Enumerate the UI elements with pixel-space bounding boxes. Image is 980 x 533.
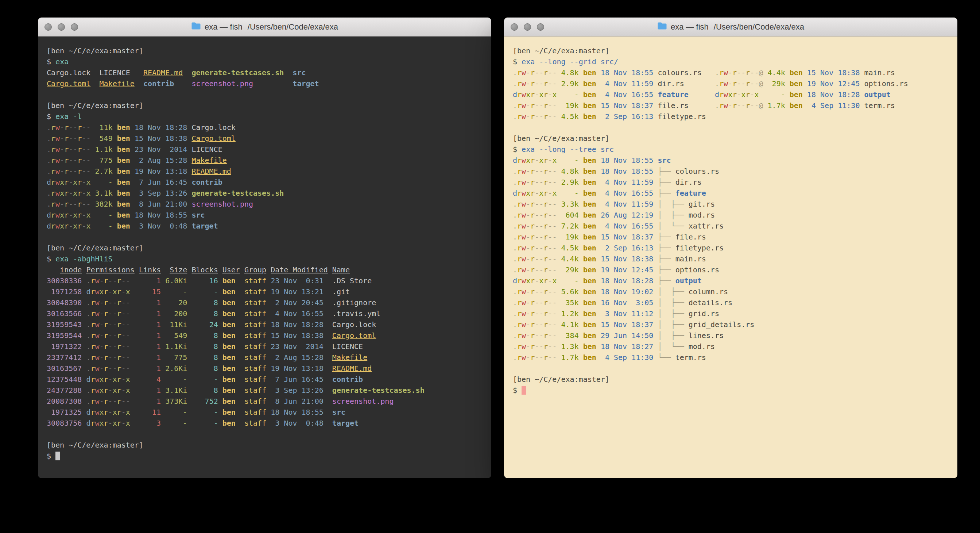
terminal-line: .rw-r--r-- 2.9k ben 4 Nov 11:59 ├── dir.… <box>513 177 958 188</box>
terminal-line: 30163566 .rw-r--r-- 1 200 8 ben staff 4 … <box>47 308 491 319</box>
titlebar[interactable]: exa — fish /Users/ben/Code/exa/exa <box>504 18 958 37</box>
terminal-line: .rw-r--r-- 4.5k ben 2 Sep 16:13 filetype… <box>513 111 958 122</box>
window-title: exa — fish /Users/ben/Code/exa/exa <box>504 18 958 36</box>
terminal-line: Cargo.lock LICENCE README.md generate-te… <box>47 67 491 78</box>
terminal-line: .rw-r--r-- 549 ben 15 Nov 18:38 Cargo.to… <box>47 133 491 144</box>
terminal-line: 23377412 .rw-r--r-- 1 775 8 ben staff 2 … <box>47 352 491 363</box>
terminal-line: drwxr-xr-x - ben 4 Nov 16:55 ├── feature <box>513 188 958 199</box>
terminal-line <box>47 89 491 100</box>
terminal-line: .rw-r--r-- 2.9k ben 4 Nov 11:59 dir.rs .… <box>513 78 958 89</box>
terminal-line: Cargo.toml Makefile contrib screenshot.p… <box>47 78 491 89</box>
terminal-line: .rwxr-xr-x 3.1k ben 3 Sep 13:26 generate… <box>47 188 491 199</box>
traffic-lights <box>511 23 544 31</box>
window-title-app: exa — fish <box>205 22 243 32</box>
terminal-line: .rw-r--r-- 604 ben 26 Aug 12:19 │ ├── mo… <box>513 209 958 220</box>
terminal-line: .rw-r--r-- 1.2k ben 3 Nov 11:12 │ ├── gr… <box>513 308 958 319</box>
terminal-line: .rw-r--r-- 3.3k ben 4 Nov 11:59 │ ├── gi… <box>513 199 958 209</box>
terminal-line: .rw-r--r-- 7.2k ben 4 Nov 16:55 │ └── xa… <box>513 220 958 231</box>
terminal-output[interactable]: [ben ~/C/e/exa:master]$ exa --long --gri… <box>504 37 958 478</box>
terminal-line: drwxr-xr-x - ben 18 Nov 18:55 src <box>513 155 958 166</box>
terminal-line <box>513 122 958 133</box>
terminal-line: 12375448 drwxr-xr-x 4 - - ben staff 7 Ju… <box>47 374 491 385</box>
terminal-line: .rw-r--r-- 775 ben 2 Aug 15:28 Makefile <box>47 155 491 166</box>
terminal-line: .rw-r--r-- 4.5k ben 2 Sep 16:13 ├── file… <box>513 243 958 253</box>
terminal-line: $ exa -l <box>47 111 491 122</box>
traffic-lights <box>45 23 78 31</box>
terminal-line: drwxr-xr-x - ben 4 Nov 16:55 feature drw… <box>513 89 958 100</box>
terminal-line: .rw-r--r-- 11k ben 18 Nov 18:28 Cargo.lo… <box>47 122 491 133</box>
terminal-line: .rw-r--r-- 19k ben 15 Nov 18:37 ├── file… <box>513 231 958 243</box>
terminal-line: 30048390 .rw-r--r-- 1 20 8 ben staff 2 N… <box>47 297 491 308</box>
window-title-app: exa — fish <box>671 22 709 32</box>
terminal-line: [ben ~/C/e/exa:master] <box>47 45 491 56</box>
terminal-line: 20087308 .rw-r--r-- 1 373Ki 752 ben staf… <box>47 396 491 407</box>
terminal-line: .rw-r--r-- 19k ben 15 Nov 18:37 file.rs … <box>513 100 958 111</box>
terminal-line: $ exa <box>47 56 491 67</box>
terminal-line: .rw-r--r-- 4.8k ben 18 Nov 18:55 ├── col… <box>513 166 958 177</box>
terminal-line: [ben ~/C/e/exa:master] <box>513 45 958 56</box>
terminal-line: 31959543 .rw-r--r-- 1 11Ki 24 ben staff … <box>47 319 491 330</box>
terminal-line: .rw-r--r-- 4.8k ben 18 Nov 18:55 colours… <box>513 67 958 78</box>
terminal-line: [ben ~/C/e/exa:master] <box>513 374 958 385</box>
terminal-line: 24377288 .rwxr-xr-x 1 3.1Ki 8 ben staff … <box>47 385 491 396</box>
titlebar[interactable]: exa — fish /Users/ben/Code/exa/exa <box>38 18 491 37</box>
close-button[interactable] <box>45 23 52 31</box>
folder-icon <box>191 22 201 32</box>
terminal-line: .rw-r--r-- 384 ben 29 Jun 14:50 │ ├── li… <box>513 330 958 341</box>
minimize-button[interactable] <box>524 23 531 31</box>
terminal-line: $ exa --long --tree src <box>513 144 958 155</box>
terminal-line: drwxr-xr-x - ben 18 Nov 18:28 ├── output <box>513 275 958 286</box>
window-title: exa — fish /Users/ben/Code/exa/exa <box>38 18 491 36</box>
terminal-line: .rw-r--r-- 5.6k ben 18 Nov 19:02 │ ├── c… <box>513 286 958 297</box>
terminal-window-left: exa — fish /Users/ben/Code/exa/exa [ben … <box>38 18 491 478</box>
terminal-line: [ben ~/C/e/exa:master] <box>47 100 491 111</box>
terminal-line: 30083756 drwxr-xr-x 3 - - ben staff 3 No… <box>47 418 491 429</box>
terminal-line: .rw-r--r-- 1.3k ben 18 Nov 18:27 │ └── m… <box>513 341 958 352</box>
terminal-line <box>47 231 491 243</box>
terminal-line: 1971322 .rw-r--r-- 1 1.1Ki 8 ben staff 2… <box>47 341 491 352</box>
terminal-line: .rw-r--r-- 382k ben 8 Jun 21:00 screensh… <box>47 199 491 209</box>
terminal-line: .rw-r--r-- 2.7k ben 19 Nov 13:18 README.… <box>47 166 491 177</box>
terminal-line: 30030336 .rw-r--r-- 1 6.0Ki 16 ben staff… <box>47 275 491 286</box>
close-button[interactable] <box>511 23 518 31</box>
terminal-window-right: exa — fish /Users/ben/Code/exa/exa [ben … <box>504 18 958 478</box>
terminal-line: 1971325 drwxr-xr-x 11 - - ben staff 18 N… <box>47 407 491 418</box>
cursor <box>56 452 60 460</box>
terminal-line <box>513 363 958 374</box>
minimize-button[interactable] <box>57 23 65 31</box>
terminal-line: $ exa -abghHliS <box>47 253 491 264</box>
terminal-line: .rw-r--r-- 1.1k ben 23 Nov 2014 LICENCE <box>47 144 491 155</box>
window-title-path: /Users/ben/Code/exa/exa <box>248 22 338 32</box>
terminal-line <box>47 429 491 440</box>
terminal-output[interactable]: [ben ~/C/e/exa:master]$ exaCargo.lock LI… <box>38 37 491 478</box>
terminal-line: drwxr-xr-x - ben 7 Jun 16:45 contrib <box>47 177 491 188</box>
terminal-line: [ben ~/C/e/exa:master] <box>513 133 958 144</box>
zoom-button[interactable] <box>537 23 544 31</box>
zoom-button[interactable] <box>71 23 78 31</box>
terminal-line: 1971258 drwxr-xr-x 15 - - ben staff 19 N… <box>47 286 491 297</box>
terminal-line: .rw-r--r-- 4.1k ben 15 Nov 18:37 │ ├── g… <box>513 319 958 330</box>
terminal-line: $ exa --long --grid src/ <box>513 56 958 67</box>
terminal-line: 30163567 .rw-r--r-- 1 2.6Ki 8 ben staff … <box>47 363 491 374</box>
terminal-line: .rw-r--r-- 29k ben 19 Nov 12:45 ├── opti… <box>513 264 958 275</box>
cursor <box>522 386 526 395</box>
terminal-line: .rw-r--r-- 1.7k ben 4 Sep 11:30 └── term… <box>513 352 958 363</box>
terminal-line: drwxr-xr-x - ben 18 Nov 18:55 src <box>47 209 491 220</box>
terminal-line: $ <box>513 385 958 396</box>
terminal-line: inode Permissions Links Size Blocks User… <box>47 264 491 275</box>
terminal-line: [ben ~/C/e/exa:master] <box>47 440 491 450</box>
terminal-line: .rw-r--r-- 4.4k ben 15 Nov 18:38 ├── mai… <box>513 253 958 264</box>
terminal-line: [ben ~/C/e/exa:master] <box>47 243 491 253</box>
window-title-path: /Users/ben/Code/exa/exa <box>714 22 804 32</box>
folder-icon <box>657 22 667 32</box>
terminal-line: .rw-r--r-- 35k ben 16 Nov 3:05 │ ├── det… <box>513 297 958 308</box>
terminal-line: $ <box>47 450 491 461</box>
terminal-line: 31959544 .rw-r--r-- 1 549 8 ben staff 15… <box>47 330 491 341</box>
terminal-line: drwxr-xr-x - ben 3 Nov 0:48 target <box>47 220 491 231</box>
